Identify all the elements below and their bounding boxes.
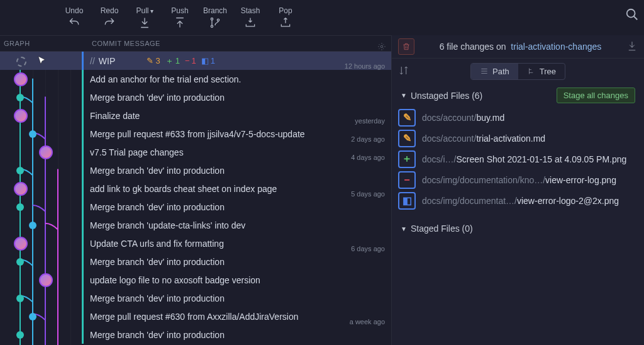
undo-button[interactable]: Undo bbox=[57, 0, 92, 35]
commit-message: Merge branch 'dev' into production bbox=[90, 293, 225, 303]
file-status-ren-icon: ◧ bbox=[398, 192, 416, 210]
search-button[interactable] bbox=[625, 8, 639, 23]
list-icon bbox=[480, 67, 489, 76]
commit-row[interactable]: //WIP✎3＋1−1◧112 hours ago bbox=[0, 52, 391, 70]
redo-icon bbox=[103, 16, 116, 29]
pop-icon bbox=[279, 16, 292, 29]
branch-button[interactable]: Branch bbox=[197, 0, 233, 35]
file-row[interactable]: ✎docs/account/trial-activation.md bbox=[398, 128, 640, 149]
commit-row[interactable]: Add an anchor for the trial end section. bbox=[0, 70, 391, 88]
file-row[interactable]: ◧docs/img/documentat…/view-error-logo-2@… bbox=[398, 190, 640, 211]
file-path: docs/account/trial-activation.md bbox=[422, 133, 545, 144]
toolbar: Undo Redo Pull▾ Push Branch Stash Pop bbox=[0, 0, 644, 35]
commit-row[interactable]: Update CTA urls and fix formatting6 days… bbox=[0, 234, 391, 252]
svg-point-4 bbox=[380, 45, 383, 48]
avatar bbox=[14, 72, 28, 86]
commit-message: Merge branch 'dev' into production bbox=[90, 202, 225, 212]
path-tab[interactable]: Path bbox=[471, 64, 518, 79]
wip-badge-del: −1 bbox=[185, 56, 196, 65]
file-status-mod-icon: ✎ bbox=[398, 109, 416, 127]
pull-button[interactable]: Pull▾ bbox=[127, 0, 162, 35]
commit-message: Merge branch 'dev' into production bbox=[90, 166, 225, 176]
download-button[interactable] bbox=[626, 40, 638, 54]
unstaged-header[interactable]: ▼ Unstaged Files (6) Stage all changes bbox=[392, 84, 644, 107]
search-icon bbox=[625, 8, 639, 21]
file-status-add-icon: ＋ bbox=[398, 150, 416, 168]
file-path: docs/i…/Screen Shot 2021-01-15 at 4.09.0… bbox=[422, 154, 626, 164]
svg-point-0 bbox=[211, 18, 213, 20]
commit-time: a week ago bbox=[345, 318, 385, 325]
commit-message: Merge branch 'update-cta-links' into dev bbox=[90, 220, 245, 230]
avatar bbox=[14, 182, 28, 196]
wip-badge-ren: ◧1 bbox=[201, 56, 215, 65]
stage-all-button[interactable]: Stage all changes bbox=[557, 88, 635, 103]
redo-button[interactable]: Redo bbox=[92, 0, 127, 35]
commit-row[interactable]: Merge branch 'dev' into production bbox=[0, 252, 391, 271]
commit-message: update logo file to no axosoft badge ver… bbox=[90, 275, 260, 285]
pop-button[interactable]: Pop bbox=[268, 0, 303, 35]
sort-button[interactable] bbox=[398, 65, 409, 78]
commit-row[interactable]: Merge branch 'dev' into production bbox=[0, 161, 391, 179]
commit-row[interactable]: Merge branch 'dev' into production bbox=[0, 88, 391, 106]
commit-message: Finalize date bbox=[90, 111, 140, 121]
commit-row[interactable]: update logo file to no axosoft badge ver… bbox=[0, 271, 391, 289]
commit-time: 4 days ago bbox=[346, 154, 385, 161]
commit-list: //WIP✎3＋1−1◧112 hours agoAdd an anchor f… bbox=[0, 52, 391, 345]
file-status-del-icon: − bbox=[398, 171, 416, 189]
sort-icon bbox=[398, 65, 409, 76]
commit-message: Merge pull request #633 from jjsilva4/v7… bbox=[90, 129, 305, 139]
avatar bbox=[39, 145, 53, 159]
download-icon bbox=[626, 40, 638, 52]
unstaged-file-list: ✎docs/account/buy.md✎docs/account/trial-… bbox=[392, 107, 644, 211]
commit-message-header: COMMIT MESSAGE bbox=[86, 40, 391, 47]
discard-button[interactable] bbox=[398, 38, 414, 55]
tree-tab[interactable]: Tree bbox=[518, 64, 565, 79]
commit-message: Add an anchor for the trial end section. bbox=[90, 74, 241, 84]
chevron-down-icon: ▼ bbox=[401, 92, 407, 99]
avatar bbox=[14, 237, 28, 251]
commit-row[interactable]: Merge branch 'dev' into production bbox=[0, 289, 391, 307]
settings-button[interactable] bbox=[377, 42, 386, 52]
trash-icon bbox=[402, 42, 411, 51]
svg-point-3 bbox=[627, 9, 635, 18]
push-button[interactable]: Push bbox=[162, 0, 197, 35]
pull-icon bbox=[138, 16, 151, 29]
commit-message: Merge branch 'dev' into production bbox=[90, 257, 225, 267]
wip-badge-mod: ✎3 bbox=[147, 56, 160, 65]
commit-row[interactable]: Merge branch 'dev' into production bbox=[0, 325, 391, 344]
commit-row[interactable]: add link to gk boards cheat sheet on ind… bbox=[0, 179, 391, 198]
file-path: docs/img/documentation/kno…/view-error-l… bbox=[422, 175, 616, 185]
commit-time: 5 days ago bbox=[346, 190, 385, 198]
file-path: docs/img/documentat…/view-error-logo-2@2… bbox=[422, 196, 619, 206]
commit-message: v7.5 Trial page changes bbox=[90, 147, 184, 157]
commit-time: 2 days ago bbox=[346, 135, 385, 143]
svg-point-1 bbox=[211, 25, 213, 27]
chevron-down-icon: ▼ bbox=[401, 225, 407, 232]
file-row[interactable]: ＋docs/i…/Screen Shot 2021-01-15 at 4.09.… bbox=[398, 149, 640, 169]
changes-summary: 6 file changes on trial-activation-chang… bbox=[421, 42, 620, 52]
wip-badge-add: ＋1 bbox=[165, 55, 180, 67]
branch-icon bbox=[209, 16, 221, 29]
commit-message: add link to gk boards cheat sheet on ind… bbox=[90, 184, 277, 194]
file-row[interactable]: −docs/img/documentation/kno…/view-error-… bbox=[398, 169, 640, 190]
commit-row[interactable]: Finalize dateyesterday bbox=[0, 106, 391, 125]
cursor-icon bbox=[36, 55, 48, 69]
staged-header[interactable]: ▼ Staged Files (0) bbox=[392, 220, 644, 237]
commit-row[interactable]: Merge pull request #633 from jjsilva4/v7… bbox=[0, 125, 391, 143]
commit-row[interactable]: v7.5 Trial page changes4 days ago bbox=[0, 143, 391, 161]
commit-time: yesterday bbox=[350, 117, 385, 125]
undo-icon bbox=[68, 16, 80, 29]
commit-row[interactable]: Merge pull request #630 from Axxzilla/Ad… bbox=[0, 307, 391, 325]
svg-point-2 bbox=[217, 19, 219, 21]
commit-panel: GRAPH COMMIT MESSAGE bbox=[0, 35, 392, 345]
commit-message: Merge pull request #630 from Axxzilla/Ad… bbox=[90, 312, 299, 322]
avatar bbox=[14, 109, 28, 123]
commit-row[interactable]: Merge branch 'dev' into production bbox=[0, 198, 391, 216]
file-row[interactable]: ✎docs/account/buy.md bbox=[398, 107, 640, 128]
commit-message: Merge branch 'dev' into production bbox=[90, 330, 225, 340]
view-toggle: Path Tree bbox=[470, 63, 565, 80]
stash-button[interactable]: Stash bbox=[233, 0, 268, 35]
commit-row[interactable]: Merge branch 'update-cta-links' into dev bbox=[0, 216, 391, 234]
push-icon bbox=[174, 16, 186, 29]
commit-message: WIP bbox=[99, 56, 115, 66]
